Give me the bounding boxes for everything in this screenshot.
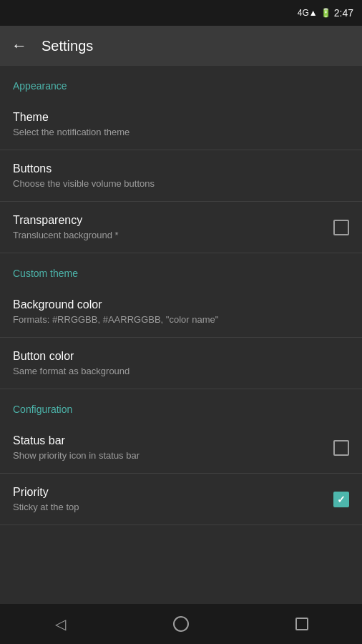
item-title-buttons: Buttons	[13, 162, 349, 175]
item-text-theme: ThemeSelect the notification theme	[13, 111, 349, 137]
item-subtitle-theme: Select the notification theme	[13, 127, 349, 137]
item-title-button-color: Button color	[13, 350, 349, 363]
settings-item-transparency[interactable]: TransparencyTranslucent background *	[0, 202, 362, 253]
checkbox-transparency[interactable]	[333, 220, 349, 235]
nav-home-circle	[173, 616, 189, 632]
settings-item-status-bar[interactable]: Status barShow priority icon in status b…	[0, 422, 362, 474]
item-text-buttons: ButtonsChoose the visible volume buttons	[13, 162, 349, 189]
item-text-transparency: TransparencyTranslucent background *	[13, 214, 333, 240]
section-header-custom-theme: Custom theme	[0, 253, 362, 286]
nav-home-icon[interactable]	[163, 606, 199, 642]
back-button[interactable]: ←	[11, 36, 27, 55]
item-subtitle-status-bar: Show priority icon in status bar	[13, 450, 333, 461]
nav-recents-icon[interactable]	[284, 606, 320, 642]
status-icons: 4G▲ 🔋 2:47	[298, 7, 353, 19]
item-subtitle-transparency: Translucent background *	[13, 230, 333, 240]
content-area: AppearanceThemeSelect the notification t…	[0, 66, 362, 604]
nav-bar: ◁	[0, 604, 362, 644]
nav-recents-square	[295, 618, 308, 630]
toolbar-title: Settings	[41, 38, 93, 54]
back-arrow-icon: ←	[11, 36, 27, 55]
item-subtitle-buttons: Choose the visible volume buttons	[13, 178, 349, 189]
status-time: 2:47	[334, 7, 353, 19]
item-text-button-color: Button colorSame format as background	[13, 350, 349, 376]
checkbox-priority[interactable]	[333, 492, 349, 507]
item-text-background-color: Background colorFormats: #RRGGBB, #AARRG…	[13, 298, 349, 325]
section-header-appearance: Appearance	[0, 66, 362, 99]
signal-icon: 4G▲	[298, 8, 318, 18]
item-text-status-bar: Status barShow priority icon in status b…	[13, 434, 333, 461]
checkbox-status-bar[interactable]	[333, 440, 349, 456]
item-title-theme: Theme	[13, 111, 349, 124]
settings-item-buttons[interactable]: ButtonsChoose the visible volume buttons	[0, 150, 362, 202]
section-header-configuration: Configuration	[0, 389, 362, 422]
item-subtitle-priority: Sticky at the top	[13, 502, 333, 512]
battery-icon: 🔋	[321, 8, 331, 18]
settings-item-theme[interactable]: ThemeSelect the notification theme	[0, 99, 362, 150]
item-subtitle-background-color: Formats: #RRGGBB, #AARRGGBB, "color name…	[13, 314, 349, 325]
toolbar: ← Settings	[0, 26, 362, 66]
nav-back-icon[interactable]: ◁	[42, 606, 78, 642]
item-title-background-color: Background color	[13, 298, 349, 311]
item-title-status-bar: Status bar	[13, 434, 333, 447]
item-text-priority: PrioritySticky at the top	[13, 486, 333, 512]
status-bar: 4G▲ 🔋 2:47	[0, 0, 362, 26]
settings-item-priority[interactable]: PrioritySticky at the top	[0, 474, 362, 525]
item-subtitle-button-color: Same format as background	[13, 366, 349, 376]
item-title-transparency: Transparency	[13, 214, 333, 227]
settings-item-background-color[interactable]: Background colorFormats: #RRGGBB, #AARRG…	[0, 286, 362, 338]
item-title-priority: Priority	[13, 486, 333, 499]
settings-item-button-color[interactable]: Button colorSame format as background	[0, 338, 362, 389]
